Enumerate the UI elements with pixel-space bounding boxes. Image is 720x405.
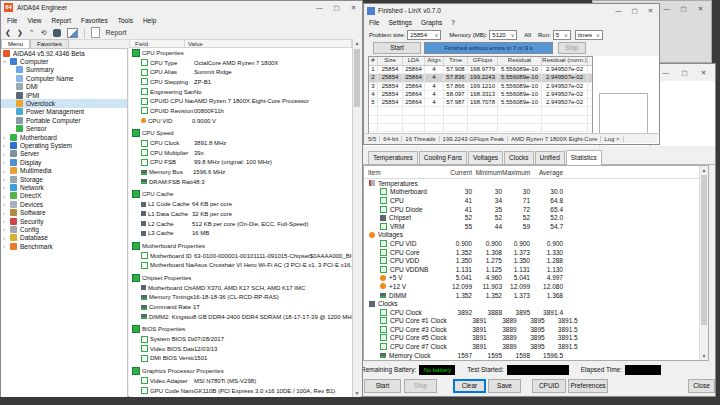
tab-voltages[interactable]: Voltages	[468, 151, 503, 164]
chart-icon[interactable]	[67, 28, 78, 38]
expand-arrow-icon[interactable]: ›	[3, 168, 10, 174]
property-row-l3-cache[interactable]: L3 Cache16 MB	[129, 228, 352, 238]
minimize-icon[interactable]: —	[661, 4, 672, 13]
property-row-motherboard-chipset[interactable]: Motherboard ChipsetAMD X370, AMD K17 SCH…	[129, 283, 352, 293]
menu-file[interactable]: File	[7, 17, 17, 24]
property-row-gpu-code-name[interactable]: GPU Code NameGK110B (PCI Express 3.0 x16…	[129, 386, 352, 396]
sidebar-item-computer-name[interactable]: Computer Name	[1, 74, 127, 82]
minimize-icon[interactable]: —	[314, 3, 325, 12]
expand-arrow-icon[interactable]: ›	[3, 226, 10, 232]
grid-col-time[interactable]: Time	[444, 57, 468, 65]
property-row-gpu-clock[interactable]: GPU Clock324 MHz	[129, 395, 352, 397]
properties-scrollbar[interactable]: ▲ ▼	[352, 39, 361, 397]
expand-arrow-icon[interactable]: ›	[3, 159, 10, 165]
property-row-dram-fsb-ratio[interactable]: DRAM:FSB Ratio48:3	[129, 177, 352, 187]
sidebar-item-portable-computer[interactable]: Portable Computer	[1, 116, 127, 124]
maximize-icon[interactable]: ▢	[331, 3, 342, 12]
sidebar-item-motherboard[interactable]: ›Motherboard	[1, 133, 127, 141]
expand-arrow-icon[interactable]: ˅	[3, 59, 10, 65]
property-row-cpu-vid[interactable]: CPU VID0.9000 V	[129, 116, 352, 126]
property-row-cpu-multiplier[interactable]: CPU Multiplier39x	[129, 148, 352, 158]
property-row-video-bios-date[interactable]: Video BIOS Date12/03/13	[129, 344, 352, 354]
sidebar-item-server[interactable]: ›Server	[1, 150, 127, 158]
expand-arrow-icon[interactable]: ›	[3, 218, 10, 224]
expand-arrow-icon[interactable]: ›	[3, 142, 10, 148]
stop-button[interactable]: Stop	[558, 42, 586, 54]
grid-col-align[interactable]: Align	[425, 57, 444, 65]
grid-col-lda[interactable]: LDA	[403, 57, 425, 65]
save-button[interactable]: Save	[488, 379, 521, 393]
linx-menu-[interactable]: ?	[451, 19, 455, 26]
sidebar-item-storage[interactable]: ›Storage	[1, 175, 127, 183]
sidebar-item-database[interactable]: ›Database	[1, 234, 127, 242]
maximize-icon[interactable]: ▢	[679, 68, 690, 77]
start-button[interactable]: Start	[364, 379, 401, 393]
sidebar-item-benchmark[interactable]: ›Benchmark	[1, 242, 127, 250]
grid-row[interactable]: 42585425864458.097198.33135.556089e-102.…	[369, 91, 592, 99]
sidebar-item-summary[interactable]: Summary	[1, 66, 127, 74]
property-row-cpu-stepping[interactable]: CPU SteppingZP-B1	[129, 77, 352, 87]
linx-menu-graphs[interactable]: Graphs	[421, 19, 442, 26]
menu-help[interactable]: Help	[143, 17, 156, 24]
property-row-video-adapter[interactable]: Video AdapterMSI N780Ti (MS-V298)	[129, 376, 352, 386]
menu-tools[interactable]: Tools	[118, 17, 133, 24]
property-row-memory-timings[interactable]: Memory Timings16-18-18-36 (CL-RCD-RP-RAS…	[129, 293, 352, 303]
sidebar-item-computer[interactable]: ˅Computer	[1, 57, 127, 65]
report-button[interactable]: Report	[106, 29, 127, 36]
tab-clocks[interactable]: Clocks	[504, 151, 534, 164]
property-row-engineering-sample[interactable]: Engineering SampleNo	[129, 87, 352, 97]
header-current[interactable]: Current	[432, 169, 472, 176]
property-row-memory-bus[interactable]: Memory Bus1596.6 MHz	[129, 167, 352, 177]
grid-col-residual[interactable]: Residual	[498, 57, 542, 65]
sidebar-item-devices[interactable]: ›Devices	[1, 200, 127, 208]
property-row-cpu-alias[interactable]: CPU AliasSummit Ridge	[129, 67, 352, 77]
header-average[interactable]: Average	[530, 169, 563, 176]
property-row-l1-code-cache[interactable]: L1 Code Cache64 KB per core	[129, 199, 352, 209]
expand-arrow-icon[interactable]: ›	[3, 193, 10, 199]
scroll-down-icon[interactable]: ▼	[353, 389, 361, 397]
expand-arrow-icon[interactable]: ›	[3, 176, 10, 182]
grid-row[interactable]: 32585425864457.866199.12105.556089e-102.…	[369, 83, 592, 91]
grid-col-residual-norm[interactable]: Residual (norm.)	[542, 57, 588, 65]
sidebar-item-sensor[interactable]: Sensor	[1, 125, 127, 133]
sidebar-item-multimedia[interactable]: ›Multimedia	[1, 166, 127, 174]
minimize-icon[interactable]: —	[660, 68, 671, 77]
problem-size-select[interactable]: 25854 ∨	[407, 30, 441, 40]
menu-view[interactable]: View	[27, 17, 41, 24]
close-icon[interactable]: ✕	[698, 68, 709, 77]
clear-button[interactable]: Clear	[453, 379, 486, 393]
expand-arrow-icon[interactable]: ›	[3, 235, 10, 241]
close-icon[interactable]: ✕	[348, 3, 359, 12]
scroll-down-icon[interactable]: ▼	[700, 352, 708, 360]
header-minimum[interactable]: Minimum	[472, 169, 502, 176]
property-row-l1-data-cache[interactable]: L1 Data Cache32 KB per core	[129, 209, 352, 219]
grid-row[interactable]: 22585425864457.836199.22435.556089e-102.…	[369, 74, 592, 82]
sidebar-item-ipmi[interactable]: IPMI	[1, 91, 127, 99]
all-label[interactable]: All	[524, 32, 531, 38]
user-icon[interactable]	[53, 29, 61, 37]
expand-arrow-icon[interactable]: ›	[3, 210, 10, 216]
expand-arrow-icon[interactable]: ›	[3, 184, 10, 190]
grid-col-gflops[interactable]: GFlops	[468, 57, 498, 65]
run-unit-select[interactable]: times ∨	[575, 30, 603, 40]
menu-favorites[interactable]: Favorites	[81, 17, 108, 24]
memory-select[interactable]: 5120 ∨	[489, 30, 517, 40]
column-separator[interactable]	[184, 40, 185, 47]
up-icon[interactable]: ⌃	[29, 29, 35, 37]
sidebar-item-aida64-v5-92-4346-beta[interactable]: AIDA64 v5.92.4346 Beta	[1, 49, 127, 57]
property-row-cpu-clock[interactable]: CPU Clock3891.8 MHz	[129, 138, 352, 148]
field-column-header[interactable]: Field	[135, 41, 148, 47]
report-icon[interactable]	[91, 27, 100, 38]
forward-icon[interactable]: ❯	[17, 29, 23, 37]
sidebar-item-config[interactable]: ›Config	[1, 225, 127, 233]
property-row-command-rate-cr[interactable]: Command Rate (CR)1T	[129, 302, 352, 312]
tab-menu[interactable]: Menu	[1, 39, 30, 48]
value-column-header[interactable]: Value	[188, 41, 203, 47]
property-row-cpu-fsb[interactable]: CPU FSB99.8 MHz (original: 100 MHz)	[129, 158, 352, 168]
header-maximum[interactable]: Maximum	[502, 169, 530, 176]
close-button[interactable]: Close	[688, 379, 715, 393]
sidebar-item-operating-system[interactable]: ›Operating System	[1, 141, 127, 149]
property-row-dimm2-kingston-hyperx-k[interactable]: DIMM2: Kingston HyperX K...8 GB DDR4-240…	[129, 312, 352, 322]
expand-arrow-icon[interactable]: ›	[3, 243, 10, 249]
linx-menu-settings[interactable]: Settings	[388, 19, 412, 26]
